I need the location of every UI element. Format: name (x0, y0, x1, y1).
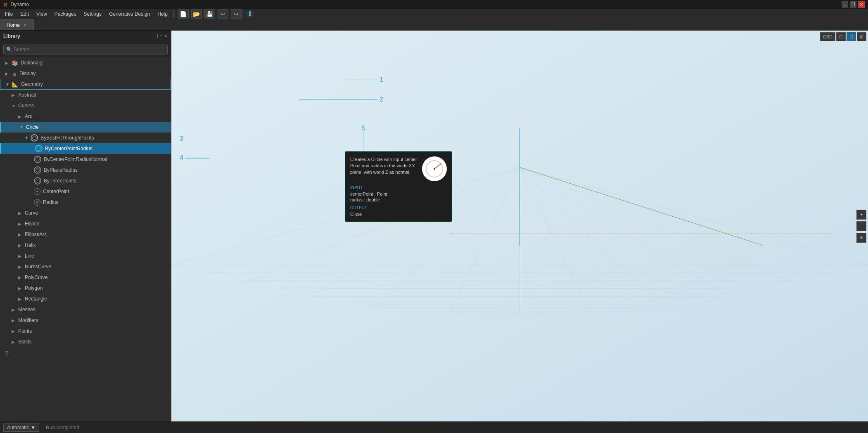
library-icon-2[interactable]: ≡ (160, 33, 162, 39)
tree-label-arc: Arc (25, 114, 168, 119)
tree-item-polycurve[interactable]: ▶ PolyCurve (0, 272, 171, 283)
menu-view[interactable]: View (33, 10, 50, 18)
tree-item-display[interactable]: ▶ 🖥 Display (0, 68, 171, 79)
tree-label-points: Points (18, 328, 168, 334)
chevron-right-icon: ▶ (18, 275, 23, 280)
app-logo: R (3, 2, 7, 8)
tree-item-bythreepoints[interactable]: ByThreePoints (0, 175, 171, 186)
svg-point-24 (434, 168, 435, 170)
help-area: ? (0, 347, 171, 361)
tooltip-output-value: Circle (350, 212, 447, 217)
library-tree: ▶ 📚 Dictionary ▶ 🖥 Display ▼ 📐 Geometry (0, 57, 171, 421)
display-icon: 🖥 (12, 71, 17, 77)
tree-item-abstract[interactable]: ▶ Abstract (0, 90, 171, 100)
tree-label-display: Display (19, 71, 168, 76)
tree-item-points[interactable]: ▶ Points (0, 326, 171, 336)
geometry-icon: 📐 (12, 81, 19, 88)
menu-settings[interactable]: Settings (81, 10, 105, 18)
tree-label-centerpoint: CenterPoint (43, 189, 168, 194)
tree-item-line[interactable]: ▶ Line (0, 251, 171, 261)
run-mode-selector[interactable]: Automatic ▼ (3, 424, 39, 432)
menu-edit[interactable]: Edit (17, 10, 32, 18)
tree-item-ellipsearc[interactable]: ▶ EllipseArc (0, 229, 171, 240)
undo-button[interactable]: ↩ (218, 9, 228, 19)
tooltip-description: Creates a Circle with input center Point… (350, 156, 422, 175)
zoom-fit-button[interactable]: ⊡ (836, 32, 846, 41)
zoom-out-button[interactable]: − (856, 221, 866, 231)
chevron-right-icon: ▶ (18, 211, 23, 215)
annotation-2: 2 (299, 96, 383, 103)
tree-item-nurbscurve[interactable]: ▶ NurbsCurve (0, 261, 171, 272)
statusbar: Automatic ▼ Run completed. (0, 421, 868, 433)
library-header: Library | ≡ ✕ (0, 31, 171, 42)
menu-generative-design[interactable]: Generative Design (106, 10, 153, 18)
tree-label-nurbscurve: NurbsCurve (25, 264, 168, 270)
tree-item-rectangle[interactable]: ▶ Rectangle (0, 293, 171, 304)
tab-bar: Home ✕ (0, 19, 868, 31)
tree-item-curve[interactable]: ▶ Curve (0, 208, 171, 218)
tree-item-bybestfit[interactable]: + ByBestFitThroughPoints (0, 133, 171, 143)
tooltip-content: Creates a Circle with input center Point… (350, 156, 447, 181)
chevron-right-icon: ▶ (18, 297, 23, 301)
library-icon-1[interactable]: | (157, 33, 158, 39)
help-icon[interactable]: ? (5, 350, 9, 357)
tree-item-curves[interactable]: ▼ Curves (0, 100, 171, 111)
titlebar: R Dynamo — ❐ ✕ (0, 0, 868, 9)
viewport-canvas[interactable]: 1 2 3 4 5 (171, 31, 868, 421)
tree-item-modifiers[interactable]: ▶ Modifiers (0, 315, 171, 326)
search-input[interactable] (3, 45, 168, 54)
tree-item-bycenterpoint-normal[interactable]: ByCenterPointRadiusNormal (0, 154, 171, 165)
annotation-label-4: 4 (180, 154, 183, 162)
new-button[interactable]: 📄 (178, 9, 189, 19)
plus-icon[interactable]: + (25, 135, 28, 141)
chevron-down-icon: ▼ (19, 125, 24, 130)
tree-item-solids[interactable]: ▶ Solids (0, 336, 171, 347)
library-title: Library (3, 33, 20, 39)
tree-label-meshes: Meshes (18, 307, 168, 312)
tree-item-dictionary[interactable]: ▶ 📚 Dictionary (0, 57, 171, 68)
run-mode-label: Automatic (7, 425, 29, 431)
tree-item-circle[interactable]: ▼ Circle (0, 122, 171, 133)
tree-item-arc[interactable]: ▶ Arc (0, 111, 171, 122)
zoom-reset-button[interactable]: ⊕ (856, 233, 866, 243)
redo-button[interactable]: ↪ (231, 9, 242, 19)
tab-home[interactable]: Home ✕ (0, 19, 34, 30)
menu-file[interactable]: File (2, 10, 16, 18)
tree-label-bycenterpoint: ByCenterPointRadius (45, 146, 168, 151)
info-icon[interactable]: ℹ (246, 10, 254, 18)
tree-item-geometry[interactable]: ▼ 📐 Geometry (0, 79, 171, 90)
tab-close-button[interactable]: ✕ (23, 22, 27, 28)
split-view-button[interactable]: ⊟ (847, 32, 856, 41)
tree-item-bycenterpoint[interactable]: ByCenterPointRadius (0, 143, 171, 154)
chevron-down-icon: ▼ (12, 104, 17, 108)
library-icon-3[interactable]: ✕ (164, 33, 168, 39)
minimize-button[interactable]: — (842, 1, 848, 8)
tree-label-helix: Helix (25, 242, 168, 248)
tree-item-meshes[interactable]: ▶ Meshes (0, 304, 171, 315)
tree-label-ellipsearc: EllipseArc (25, 232, 168, 237)
tree-label-byplaneradius: ByPlaneRadius (44, 167, 168, 173)
view-3d-button[interactable]: ⊞3D (820, 32, 835, 41)
tree-item-helix[interactable]: ▶ Helix (0, 240, 171, 251)
tree-item-centerpoint[interactable]: CenterPoint (0, 186, 171, 197)
close-button[interactable]: ✕ (858, 1, 865, 8)
tree-item-polygon[interactable]: ▶ Polygon (0, 283, 171, 293)
chevron-right-icon: ▶ (12, 308, 17, 312)
zoom-in-button[interactable]: + (856, 210, 866, 220)
tooltip-param-0: centerPoint : Point (350, 192, 447, 196)
chevron-right-icon: ▶ (18, 265, 23, 269)
bycenterpoint-normal-icon (34, 156, 41, 163)
fullscreen-button[interactable]: ⊞ (857, 32, 866, 41)
save-button[interactable]: 💾 (204, 9, 215, 19)
restore-button[interactable]: ❐ (850, 1, 856, 8)
menu-packages[interactable]: Packages (51, 10, 80, 18)
centerpoint-icon (34, 188, 40, 195)
tree-item-ellipse[interactable]: ▶ Ellipse (0, 218, 171, 229)
menu-help[interactable]: Help (154, 10, 171, 18)
chevron-right-icon: ▶ (18, 254, 23, 258)
tree-item-byplaneradius[interactable]: ByPlaneRadius (0, 165, 171, 175)
tree-item-radius[interactable]: Radius (0, 197, 171, 208)
open-button[interactable]: 📂 (191, 9, 202, 19)
chevron-right-icon: ▶ (18, 114, 23, 119)
dictionary-icon: 📚 (12, 60, 18, 66)
